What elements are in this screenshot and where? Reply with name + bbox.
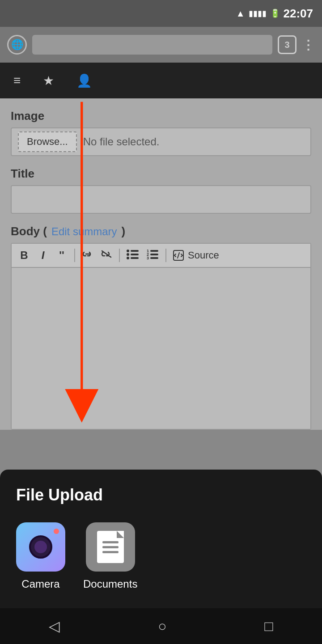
svg-point-0: [127, 250, 129, 252]
body-label-text: Body (: [11, 225, 47, 238]
editor-toolbar: B I '': [12, 244, 310, 268]
doc-icon-shape: [97, 531, 124, 563]
toolbar-divider-1: [74, 249, 75, 262]
camera-option[interactable]: Camera: [16, 522, 65, 590]
nav-bar: ≡ ★ 👤: [0, 63, 322, 98]
bottom-nav: ◁ ○ □: [0, 608, 322, 644]
tab-count-badge[interactable]: 3: [278, 35, 297, 54]
battery-icon: 🔋: [270, 8, 280, 18]
title-label: Title: [11, 167, 311, 181]
main-content: Image Browse... No file selected. Title …: [0, 98, 322, 430]
svg-rect-3: [131, 254, 139, 255]
svg-point-4: [127, 257, 129, 259]
star-icon[interactable]: ★: [43, 73, 54, 88]
svg-point-2: [127, 253, 129, 256]
numbered-list-button[interactable]: 1 2 3: [146, 248, 159, 263]
bullet-list-button[interactable]: [126, 248, 140, 263]
editor-container: B I '': [11, 243, 311, 430]
source-label: Source: [188, 250, 219, 261]
recent-button[interactable]: □: [264, 618, 273, 635]
file-upload-sheet: File Upload Camera Documents: [0, 470, 322, 608]
camera-label: Camera: [21, 578, 59, 590]
toolbar-divider-2: [119, 249, 120, 262]
wifi-icon: ▲: [236, 8, 245, 19]
sheet-options: Camera Documents: [16, 522, 306, 590]
svg-rect-7: [150, 250, 158, 252]
no-file-text: No file selected.: [83, 136, 160, 148]
image-label: Image: [11, 109, 311, 123]
file-input-row[interactable]: Browse... No file selected.: [11, 127, 311, 156]
status-icons: ▲ ▮▮▮▮ 🔋 22:07: [236, 7, 313, 21]
body-label-end: ): [122, 225, 126, 238]
camera-dot: [54, 529, 59, 534]
svg-rect-5: [131, 257, 139, 259]
home-button[interactable]: ○: [158, 618, 166, 635]
doc-line-2: [102, 546, 119, 548]
edit-summary-link[interactable]: Edit summary: [51, 225, 117, 238]
svg-rect-9: [150, 254, 158, 255]
documents-option[interactable]: Documents: [83, 522, 137, 590]
browser-toolbar: 🌐 3 ⋮: [0, 27, 322, 63]
documents-label: Documents: [83, 578, 137, 590]
svg-rect-1: [131, 250, 139, 252]
documents-icon-container: [86, 522, 135, 572]
signal-icon: ▮▮▮▮: [249, 8, 267, 18]
link-button[interactable]: [81, 249, 94, 262]
globe-icon: 🌐: [7, 35, 27, 55]
editor-body[interactable]: [12, 268, 310, 429]
status-bar: ▲ ▮▮▮▮ 🔋 22:07: [0, 0, 322, 27]
user-icon[interactable]: 👤: [76, 73, 92, 88]
sheet-title: File Upload: [16, 486, 306, 504]
camera-icon-container: [16, 522, 65, 572]
quote-button[interactable]: '': [55, 249, 68, 262]
browse-button[interactable]: Browse...: [18, 131, 77, 152]
italic-button[interactable]: I: [37, 249, 49, 262]
body-label-row: Body ( Edit summary ): [11, 225, 311, 238]
unlink-button[interactable]: [100, 249, 113, 262]
camera-lens-inner: [34, 541, 47, 553]
svg-text:3: 3: [147, 256, 149, 260]
doc-line-3: [102, 551, 119, 553]
doc-line-1: [102, 541, 119, 543]
more-menu-icon[interactable]: ⋮: [302, 38, 315, 52]
svg-rect-11: [150, 257, 158, 259]
title-input[interactable]: [11, 185, 311, 214]
url-bar[interactable]: [32, 35, 272, 55]
camera-lens: [29, 535, 52, 559]
toolbar-divider-3: [165, 249, 166, 262]
back-button[interactable]: ◁: [49, 618, 60, 635]
status-time: 22:07: [284, 7, 314, 21]
bold-button[interactable]: B: [18, 249, 30, 262]
menu-icon[interactable]: ≡: [13, 73, 21, 88]
source-button[interactable]: Source: [173, 250, 219, 261]
